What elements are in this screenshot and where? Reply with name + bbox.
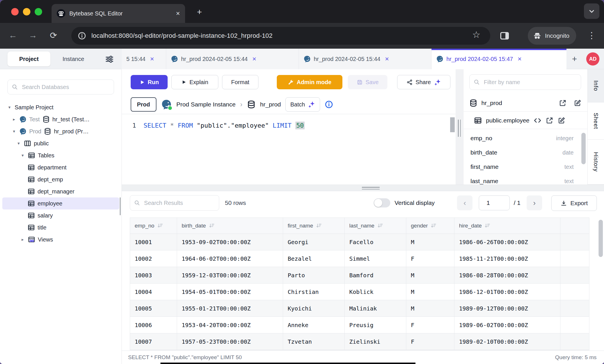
schema-column-row[interactable]: emp_no integer xyxy=(470,131,574,145)
back-button[interactable]: ← xyxy=(9,30,17,40)
sort-icon[interactable] xyxy=(157,223,163,229)
editor-tab-4-active[interactable]: hr_prod 2024-02-05 15:47 × xyxy=(432,49,566,69)
tree-item-hr-test[interactable]: ▸ Test hr_test (Test… xyxy=(0,113,121,125)
close-editor-tab-icon[interactable]: × xyxy=(252,55,256,63)
column-header[interactable]: last_name xyxy=(345,218,406,234)
next-page-button[interactable]: › xyxy=(527,195,542,210)
schema-column-row[interactable]: first_name text xyxy=(470,160,574,174)
sql-code-line[interactable]: 1 SELECT * FROM "public"."employee" LIMI… xyxy=(122,119,305,132)
cell[interactable]: 1985-11-21T00:00:00Z xyxy=(454,250,560,267)
caret-down-icon[interactable]: ▾ xyxy=(16,141,21,146)
results-resize-divider[interactable] xyxy=(122,185,604,191)
cell[interactable]: 10004 xyxy=(130,284,177,300)
cell[interactable]: Bezalel xyxy=(283,250,345,267)
cell[interactable]: 1989-09-12T00:00:00Z xyxy=(454,300,560,317)
cell[interactable]: Koblick xyxy=(345,284,406,300)
cell[interactable]: M xyxy=(406,300,454,317)
cell[interactable]: 10003 xyxy=(130,267,177,284)
tree-item-table-title[interactable]: title xyxy=(0,221,121,234)
info-circle-icon[interactable] xyxy=(325,100,333,109)
caret-down-icon[interactable]: ▾ xyxy=(7,105,12,110)
cell[interactable]: 1954-05-01T00:00:00Z xyxy=(177,284,283,300)
tree-item-table-dept-manager[interactable]: dept_manager xyxy=(0,185,121,197)
table-row[interactable]: 100041954-05-01T00:00:00ZChirstianKoblic… xyxy=(130,284,589,300)
column-header[interactable]: gender xyxy=(406,218,454,234)
cell[interactable]: Zielinski xyxy=(345,333,406,350)
table-row[interactable]: 100021964-06-02T00:00:00ZBezalelSimmelF1… xyxy=(130,250,589,267)
tree-item-project[interactable]: ▾ Sample Project xyxy=(0,101,121,113)
caret-down-icon[interactable]: ▾ xyxy=(20,153,25,158)
cell[interactable]: Anneke xyxy=(283,317,345,333)
ai-sparkle-icon[interactable] xyxy=(434,79,441,86)
cell[interactable]: 1959-12-03T00:00:00Z xyxy=(177,267,283,284)
view-code-icon[interactable] xyxy=(534,116,542,124)
run-button[interactable]: Run xyxy=(131,75,168,89)
sort-icon[interactable] xyxy=(430,223,436,229)
tree-item-hr-prod[interactable]: ▾ Prod hr_prod (Pr… xyxy=(0,125,121,137)
cell[interactable]: Georgi xyxy=(283,234,345,250)
cell[interactable]: Chirstian xyxy=(283,284,345,300)
cell[interactable]: 1986-06-26T00:00:00Z xyxy=(454,234,560,250)
tab-sheet[interactable]: Sheet xyxy=(588,102,604,140)
cell[interactable]: 1986-08-28T00:00:00Z xyxy=(454,267,560,284)
user-avatar[interactable]: AD xyxy=(586,52,599,66)
column-header[interactable]: first_name xyxy=(283,218,345,234)
tab-project[interactable]: Project xyxy=(7,52,50,66)
url-text[interactable]: localhost:8080/sql-editor/prod-sample-in… xyxy=(91,32,272,39)
cell[interactable]: Preusig xyxy=(345,317,406,333)
editor-tab-2[interactable]: hr_prod 2024-02-05 15:44 × xyxy=(166,49,299,69)
tab-search-button[interactable] xyxy=(584,3,599,19)
cell[interactable]: Maliniak xyxy=(345,300,406,317)
tree-item-table-dept-emp[interactable]: dept_emp xyxy=(0,173,121,185)
edit-icon[interactable] xyxy=(558,116,566,124)
column-header[interactable]: hire_date xyxy=(454,218,560,234)
cell[interactable]: Facello xyxy=(345,234,406,250)
sidebar-filter-sliders-icon[interactable] xyxy=(105,55,114,64)
cell[interactable]: 10007 xyxy=(130,333,177,350)
tree-item-schema-public[interactable]: ▾ public xyxy=(0,137,121,149)
schema-column-row[interactable]: birth_date date xyxy=(470,145,574,160)
cell[interactable]: 1986-12-01T00:00:00Z xyxy=(454,284,560,300)
tab-info[interactable]: Info xyxy=(588,69,604,102)
sort-icon[interactable] xyxy=(209,223,215,229)
cell[interactable]: 1953-04-20T00:00:00Z xyxy=(177,317,283,333)
table-row[interactable]: 100051955-01-21T00:00:00ZKyoichiMaliniak… xyxy=(130,300,589,317)
cell[interactable]: F xyxy=(406,333,454,350)
explain-button[interactable]: Explain xyxy=(171,75,218,89)
side-panel-icon[interactable] xyxy=(499,30,510,41)
tree-item-views[interactable]: ▸ Views xyxy=(0,234,121,246)
table-row[interactable]: 100071957-05-23T00:00:00ZTzvetanZielinsk… xyxy=(130,333,589,350)
close-editor-tab-icon[interactable]: × xyxy=(517,55,521,63)
cell[interactable]: Kyoichi xyxy=(283,300,345,317)
close-window-button[interactable] xyxy=(11,8,19,15)
forward-button[interactable]: → xyxy=(29,30,37,40)
cell[interactable]: Parto xyxy=(283,267,345,284)
cell[interactable]: M xyxy=(406,234,454,250)
panel-resize-divider[interactable] xyxy=(456,69,464,185)
caret-right-icon[interactable]: ▸ xyxy=(11,117,17,122)
format-button[interactable]: Format xyxy=(222,75,258,89)
sort-icon[interactable] xyxy=(316,223,322,229)
results-scrollbar-thumb[interactable] xyxy=(599,220,603,257)
cell[interactable]: 1957-05-23T00:00:00Z xyxy=(177,333,283,350)
reload-button[interactable]: ⟳ xyxy=(50,30,57,40)
cell[interactable]: 1989-06-02T00:00:00Z xyxy=(454,317,560,333)
database-name[interactable]: hr_prod xyxy=(260,101,281,108)
cell[interactable]: M xyxy=(406,267,454,284)
schema-scrollbar-thumb[interactable] xyxy=(581,133,586,164)
edit-icon[interactable] xyxy=(574,99,582,107)
url-pill[interactable]: localhost:8080/sql-editor/prod-sample-in… xyxy=(71,27,490,45)
database-search-input[interactable] xyxy=(21,84,110,91)
export-button[interactable]: Export xyxy=(551,195,597,211)
sort-icon[interactable] xyxy=(377,223,383,229)
tab-instance[interactable]: Instance xyxy=(56,52,91,66)
tree-item-tables[interactable]: ▾ Tables xyxy=(0,149,121,161)
table-row[interactable]: 100011953-09-02T00:00:00ZGeorgiFacelloM1… xyxy=(130,234,589,250)
save-button-disabled[interactable]: Save xyxy=(348,75,387,89)
cell[interactable]: F xyxy=(406,250,454,267)
open-external-icon[interactable] xyxy=(546,116,554,124)
tree-item-table-employee-selected[interactable]: employee xyxy=(2,197,119,209)
admin-mode-button[interactable]: Admin mode xyxy=(277,75,342,89)
browser-tab[interactable]: Bytebase SQL Editor × xyxy=(52,4,185,23)
column-header[interactable]: emp_no xyxy=(130,218,177,234)
